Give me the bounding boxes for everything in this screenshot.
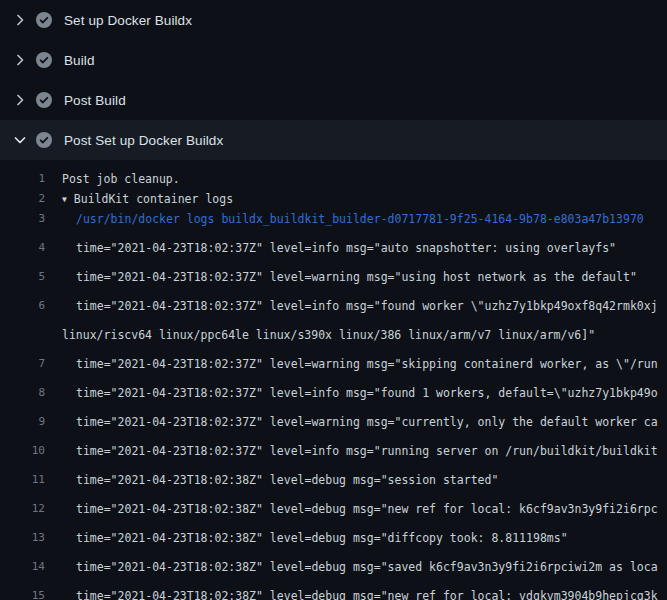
log-line: 1 Post job cleanup. [0, 169, 667, 189]
chevron-right-icon [12, 12, 28, 28]
log-group-toggle-icon[interactable]: ▼ [62, 190, 67, 209]
step-row-post-build[interactable]: Post Build [0, 80, 667, 120]
log-line-number[interactable] [0, 325, 45, 345]
log-line: 6 time="2021-04-23T18:02:37Z" level=info… [0, 287, 667, 316]
step-title: Post Set up Docker Buildx [64, 133, 223, 148]
log-line: 3 /usr/bin/docker logs buildx_buildkit_b… [0, 209, 667, 229]
log-line: 8 time="2021-04-23T18:02:37Z" level=info… [0, 374, 667, 403]
log-line-text: time="2021-04-23T18:02:37Z" level=warnin… [76, 354, 658, 374]
log-line-number[interactable]: 13 [0, 528, 45, 548]
log-line-text: Post job cleanup. [62, 169, 180, 189]
log-line-text: /usr/bin/docker logs buildx_buildkit_bui… [76, 209, 644, 229]
log-line: 5 time="2021-04-23T18:02:37Z" level=warn… [0, 258, 667, 287]
log-line: 2 ▼BuildKit container logs [0, 189, 667, 209]
log-line: 13 time="2021-04-23T18:02:38Z" level=deb… [0, 519, 667, 548]
log-line-text: time="2021-04-23T18:02:38Z" level=debug … [76, 557, 658, 577]
log-line-number[interactable]: 14 [0, 557, 45, 577]
log-line-number[interactable]: 11 [0, 470, 45, 490]
log-line-text: time="2021-04-23T18:02:38Z" level=debug … [76, 528, 568, 548]
step-title: Set up Docker Buildx [64, 13, 192, 28]
log-line-text: time="2021-04-23T18:02:37Z" level=warnin… [76, 267, 637, 287]
step-title: Build [64, 53, 95, 68]
log-line-number[interactable]: 4 [0, 238, 45, 258]
log-line: 12 time="2021-04-23T18:02:38Z" level=deb… [0, 490, 667, 519]
log-line-number[interactable]: 8 [0, 383, 45, 403]
chevron-right-icon [12, 92, 28, 108]
log-line-text: time="2021-04-23T18:02:37Z" level=warnin… [76, 412, 658, 432]
log-line: 14 time="2021-04-23T18:02:38Z" level=deb… [0, 548, 667, 577]
step-row-build[interactable]: Build [0, 40, 667, 80]
log-line: 9 time="2021-04-23T18:02:37Z" level=warn… [0, 403, 667, 432]
check-circle-icon [36, 12, 52, 28]
log-line: linux/riscv64 linux/ppc64le linux/s390x … [0, 316, 667, 345]
log-line-text: time="2021-04-23T18:02:37Z" level=info m… [76, 296, 658, 316]
log-line-text: time="2021-04-23T18:02:38Z" level=debug … [76, 586, 658, 600]
log-line-text: time="2021-04-23T18:02:38Z" level=debug … [76, 499, 658, 519]
log-line-number[interactable]: 7 [0, 354, 45, 374]
log-line: 4 time="2021-04-23T18:02:37Z" level=info… [0, 229, 667, 258]
log-line-text: time="2021-04-23T18:02:37Z" level=info m… [76, 441, 658, 461]
log-line-number[interactable]: 12 [0, 499, 45, 519]
log-line: 11 time="2021-04-23T18:02:38Z" level=deb… [0, 461, 667, 490]
step-title: Post Build [64, 93, 126, 108]
log-line: 15 time="2021-04-23T18:02:38Z" level=deb… [0, 577, 667, 600]
log-line-number[interactable]: 3 [0, 209, 45, 229]
chevron-right-icon [12, 52, 28, 68]
log-group-label: BuildKit container logs [74, 192, 233, 206]
log-line-number[interactable]: 6 [0, 296, 45, 316]
chevron-down-icon [12, 132, 28, 148]
step-row-post-set-up-docker-buildx[interactable]: Post Set up Docker Buildx [0, 120, 667, 160]
log-viewer: 1 Post job cleanup. 2 ▼BuildKit containe… [0, 160, 667, 600]
check-circle-icon [36, 92, 52, 108]
log-line-text: ▼BuildKit container logs [62, 189, 233, 209]
steps-list: Set up Docker Buildx Build Post Build [0, 0, 667, 160]
log-line-text: time="2021-04-23T18:02:37Z" level=info m… [76, 383, 658, 403]
log-line: 10 time="2021-04-23T18:02:37Z" level=inf… [0, 432, 667, 461]
log-line-text: linux/riscv64 linux/ppc64le linux/s390x … [62, 325, 595, 345]
log-line-number[interactable]: 1 [0, 169, 45, 189]
check-circle-icon [36, 132, 52, 148]
log-line-text: time="2021-04-23T18:02:38Z" level=debug … [76, 470, 498, 490]
log-line-number[interactable]: 5 [0, 267, 45, 287]
log-line-number[interactable]: 15 [0, 586, 45, 600]
log-line-number[interactable]: 10 [0, 441, 45, 461]
log-line-number[interactable]: 2 [0, 189, 45, 209]
log-line-number[interactable]: 9 [0, 412, 45, 432]
log-line: 7 time="2021-04-23T18:02:37Z" level=warn… [0, 345, 667, 374]
step-row-set-up-docker-buildx[interactable]: Set up Docker Buildx [0, 0, 667, 40]
log-line-text: time="2021-04-23T18:02:37Z" level=info m… [76, 238, 616, 258]
check-circle-icon [36, 52, 52, 68]
